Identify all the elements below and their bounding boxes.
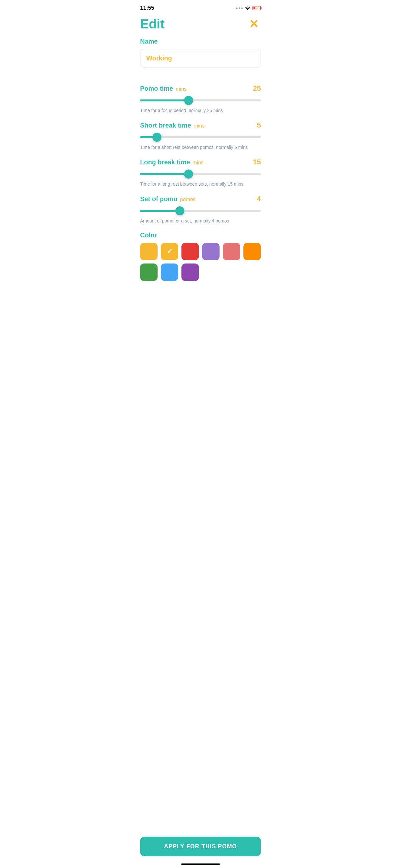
wifi-icon xyxy=(245,5,251,11)
color-section: Color xyxy=(140,231,261,281)
content: Name Pomo time mins 25 Time for a focus … xyxy=(134,38,267,281)
long-break-section: Long break time mins 15 Time for a long … xyxy=(140,158,261,187)
status-time: 11:55 xyxy=(140,5,154,11)
battery-icon: ⚡ xyxy=(252,6,261,10)
set-of-pomo-slider-container xyxy=(140,206,261,215)
name-label: Name xyxy=(140,38,261,45)
color-swatch-yellow-selected[interactable] xyxy=(161,243,178,260)
signal-icon xyxy=(236,7,243,9)
name-section: Name xyxy=(140,38,261,76)
color-swatches xyxy=(140,243,261,281)
short-break-value: 5 xyxy=(257,121,261,129)
long-break-thumb[interactable] xyxy=(184,169,193,179)
pomo-time-section: Pomo time mins 25 Time for a focus perio… xyxy=(140,84,261,113)
name-input[interactable] xyxy=(140,49,261,67)
pomo-time-title: Pomo time xyxy=(140,85,173,92)
color-swatch-orange[interactable] xyxy=(243,243,261,260)
pomo-time-desc: Time for a focus period, normally 25 min… xyxy=(140,108,223,113)
long-break-desc: Time for a long rest between sets, norma… xyxy=(140,182,243,187)
set-of-pomo-title: Set of pomo xyxy=(140,195,178,203)
set-of-pomo-value: 4 xyxy=(257,195,261,203)
pomo-time-unit: mins xyxy=(176,86,187,92)
color-swatch-lavender[interactable] xyxy=(202,243,220,260)
short-break-slider-container xyxy=(140,133,261,142)
status-bar: 11:55 ⚡ xyxy=(134,0,267,14)
short-break-title: Short break time xyxy=(140,122,191,129)
set-of-pomo-unit: pomos xyxy=(180,197,196,203)
long-break-title: Long break time xyxy=(140,159,190,166)
color-label: Color xyxy=(140,231,261,239)
pomo-time-value: 25 xyxy=(253,84,261,93)
close-icon: ✕ xyxy=(249,19,258,30)
set-of-pomo-track xyxy=(140,210,261,212)
set-of-pomo-thumb[interactable] xyxy=(175,206,184,215)
color-swatch-red[interactable] xyxy=(181,243,199,260)
long-break-fill xyxy=(140,173,189,175)
short-break-track xyxy=(140,136,261,138)
pomo-time-thumb[interactable] xyxy=(184,96,193,105)
short-break-thumb[interactable] xyxy=(152,133,161,142)
pomo-time-track xyxy=(140,99,261,101)
pomo-time-fill xyxy=(140,99,189,101)
color-swatch-blue[interactable] xyxy=(161,264,178,281)
set-of-pomo-section: Set of pomo pomos 4 Amount of pomo for a… xyxy=(140,195,261,224)
short-break-desc: Time for a short rest between pomos, nor… xyxy=(140,145,248,150)
color-swatch-pink[interactable] xyxy=(223,243,240,260)
long-break-track xyxy=(140,173,261,175)
long-break-slider-container xyxy=(140,169,261,179)
status-icons: ⚡ xyxy=(236,5,261,11)
header: Edit ✕ xyxy=(134,14,267,38)
color-swatch-green[interactable] xyxy=(140,264,158,281)
long-break-value: 15 xyxy=(253,158,261,166)
set-of-pomo-desc: Amount of pomo for a set, normally 4 pom… xyxy=(140,218,229,223)
long-break-unit: mins xyxy=(192,160,204,166)
short-break-unit: mins xyxy=(194,123,205,129)
pomo-time-slider-container xyxy=(140,96,261,105)
short-break-section: Short break time mins 5 Time for a short… xyxy=(140,121,261,150)
set-of-pomo-fill xyxy=(140,210,180,212)
color-swatch-purple[interactable] xyxy=(181,264,199,281)
close-button[interactable]: ✕ xyxy=(247,17,261,31)
page-title: Edit xyxy=(140,17,165,31)
color-swatch-yellow[interactable] xyxy=(140,243,158,260)
